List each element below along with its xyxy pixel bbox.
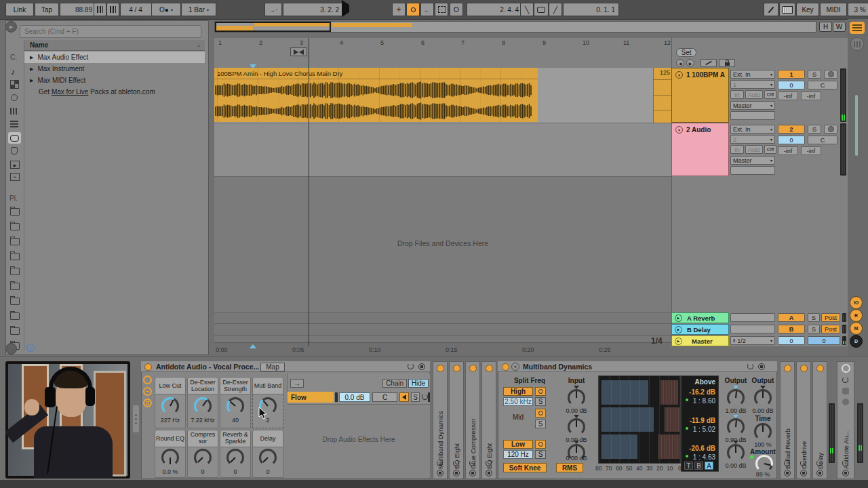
beat-time-ruler[interactable]: [214, 38, 671, 68]
audio-effects-icon[interactable]: [10, 108, 18, 115]
returnB-header[interactable]: ▶ B Delay: [671, 324, 729, 335]
browser-footer-link[interactable]: Get Max for Live Packs at ableton.com: [24, 86, 205, 98]
returnB-activator[interactable]: B: [778, 325, 805, 333]
band-high-level-bar[interactable]: [601, 380, 648, 405]
midi-effects-icon[interactable]: [10, 121, 18, 127]
band-mid-level-bar[interactable]: [601, 407, 654, 432]
samples-icon[interactable]: ••: [10, 173, 20, 181]
io-section-toggle[interactable]: IO: [850, 296, 863, 309]
low-solo-button[interactable]: S: [535, 450, 546, 459]
browser-collapse-icon[interactable]: ▶: [5, 21, 17, 33]
track2-input-channel[interactable]: 2▾: [730, 135, 775, 144]
loop-length-field[interactable]: 0. 1. 1: [563, 3, 619, 16]
track2-fold-icon[interactable]: ▼: [675, 126, 683, 134]
device-save-icon[interactable]: [800, 470, 807, 476]
output-gain-high-knob[interactable]: [727, 389, 745, 407]
mbd-title[interactable]: Multiband Dynamics: [523, 363, 592, 371]
browser-item-max-audio-effect[interactable]: ▶ Max Audio Effect: [24, 52, 205, 63]
capture-midi-button[interactable]: [435, 3, 448, 16]
expand-arrow-icon[interactable]: ▶: [30, 66, 33, 72]
returnB-solo-button[interactable]: S: [808, 325, 820, 333]
collapsed-device-delay[interactable]: Delay: [812, 361, 827, 479]
macro5-knob[interactable]: [161, 449, 179, 466]
device-save-icon[interactable]: [469, 470, 476, 476]
device-power-button[interactable]: [453, 365, 460, 372]
macro1-value[interactable]: 227 Hz: [155, 417, 186, 424]
rack-macro-view-toggle[interactable]: [143, 375, 152, 384]
audio-clip[interactable]: 100BPM Amin - High Love Chorus Main Dry: [214, 68, 538, 122]
device-save-icon[interactable]: [784, 470, 791, 476]
track2-header[interactable]: ▼ 2 Audio: [671, 123, 729, 176]
browser-item-max-instrument[interactable]: ▶ Max Instrument: [24, 63, 205, 75]
chain-view-icon[interactable]: [842, 399, 849, 405]
device-hotswap-icon[interactable]: [816, 460, 823, 466]
track2-output[interactable]: Master▾: [730, 156, 775, 165]
master-cue-output[interactable]: ‖1/2▾: [730, 336, 775, 345]
track2-monitor-in[interactable]: In: [730, 145, 744, 154]
track2-lane[interactable]: [214, 123, 671, 176]
chain-hotswap-icon[interactable]: [422, 394, 428, 400]
name-column-header[interactable]: Name ▲: [24, 40, 205, 51]
track1-input-type[interactable]: Ext. In▾: [730, 70, 775, 79]
low-band-button[interactable]: Low: [503, 440, 533, 449]
device-save-icon[interactable]: [816, 470, 823, 476]
band-mid-compress-bar[interactable]: [665, 407, 680, 432]
info-icon[interactable]: i: [26, 344, 35, 352]
device-hotswap-icon[interactable]: [784, 460, 790, 466]
device-hotswap-icon[interactable]: [437, 460, 443, 466]
lock-envelopes-button[interactable]: [719, 59, 735, 67]
folder-icon[interactable]: [10, 327, 20, 335]
chain-gain-field[interactable]: 0.0 dB: [339, 392, 370, 402]
input-gain-high-value[interactable]: 0.00 dB: [557, 407, 595, 414]
returnA-routing[interactable]: [730, 313, 775, 322]
band-low-level-bar[interactable]: [601, 434, 637, 459]
expand-arrow-icon[interactable]: ▶: [30, 55, 33, 60]
punch-out-button[interactable]: ╱: [549, 3, 562, 16]
track2-input-type[interactable]: Ext. In▾: [730, 125, 775, 134]
above-gain-low[interactable]: -20.6 dB: [689, 445, 715, 452]
track1-fold-icon[interactable]: ▼: [675, 71, 683, 79]
device-hotswap-icon[interactable]: [453, 460, 459, 466]
browser-item-max-midi-effect[interactable]: ▶ Max MIDI Effect: [24, 75, 205, 86]
overview-view-rectangle[interactable]: [215, 22, 331, 32]
browser-toggle-icon[interactable]: [5, 343, 17, 354]
re-enable-automation-button[interactable]: ←: [420, 3, 434, 16]
input-gain-low-value[interactable]: 0.00 dB: [557, 455, 595, 462]
delay-section-toggle[interactable]: D: [850, 335, 863, 348]
device-hotswap-icon[interactable]: [469, 460, 475, 466]
mixer-visibility-icon[interactable]: [850, 37, 864, 51]
mbd-fold-button[interactable]: ▼: [511, 363, 519, 371]
collapsed-device-eq-eight-1[interactable]: EQ Eight: [449, 361, 464, 479]
overview-width-button[interactable]: W: [833, 22, 846, 32]
user-library-icon[interactable]: [10, 223, 20, 230]
track1-input-channel[interactable]: 1▾: [730, 80, 775, 89]
returnB-routing[interactable]: [730, 325, 775, 333]
above-gain-mid[interactable]: -11.9 dB: [690, 417, 715, 424]
device-power-button[interactable]: [800, 365, 808, 372]
sounds-icon[interactable]: ♪: [11, 67, 15, 77]
macro5-value[interactable]: 0.0 %: [155, 468, 186, 475]
track1-monitor-off[interactable]: Off: [764, 90, 776, 99]
returnB-play-icon[interactable]: ▶: [675, 326, 682, 333]
master-output-value[interactable]: 0.00 dB: [747, 407, 778, 414]
punch-in-button[interactable]: ╲: [520, 3, 534, 16]
next-locator-button[interactable]: ▶: [686, 59, 694, 67]
rack-title[interactable]: Antidote Audio - Vocal Proce...: [156, 363, 259, 371]
arrangement-drop-zone[interactable]: Drop Files and Devices Here: [214, 176, 671, 312]
master-output-knob[interactable]: [754, 389, 772, 407]
time-knob[interactable]: [754, 423, 772, 441]
key-map-button[interactable]: Key: [796, 3, 819, 16]
track1-activator[interactable]: 1: [778, 70, 805, 79]
mbd-save-icon[interactable]: [758, 363, 765, 370]
track2-pan[interactable]: 0: [778, 136, 805, 144]
track1-monitor-auto[interactable]: Auto: [745, 90, 763, 99]
track1-pan[interactable]: 0: [778, 81, 805, 89]
collapsed-device-ballad-reverb[interactable]: Ballad Reverb: [780, 361, 795, 479]
automation-fade-button[interactable]: [701, 59, 717, 67]
device-save-icon[interactable]: [842, 470, 849, 476]
low-band-activate-button[interactable]: [535, 440, 546, 449]
returnB-post-button[interactable]: Post: [821, 325, 840, 333]
rack-hotswap-icon[interactable]: [408, 363, 414, 369]
macro2-knob[interactable]: [194, 397, 212, 415]
device-power-button[interactable]: [784, 365, 791, 372]
